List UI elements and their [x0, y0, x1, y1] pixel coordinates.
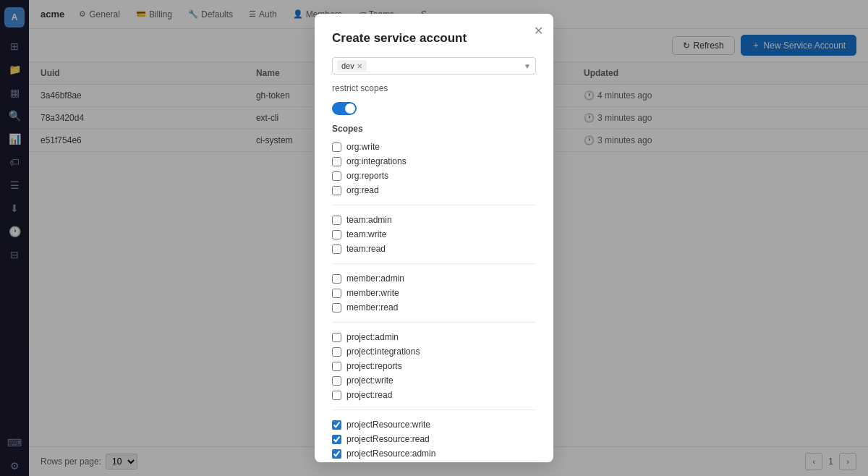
checkbox-row-org_write: org:write — [332, 140, 536, 154]
checkbox-team_write[interactable] — [332, 230, 341, 239]
checkbox-row-org_reports: org:reports — [332, 169, 536, 183]
checkbox-org_integrations[interactable] — [332, 157, 341, 166]
scope-group-projectResource: projectResource:write projectResource:re… — [332, 417, 536, 461]
checkbox-label-team_admin: team:admin — [346, 215, 392, 225]
checkbox-row-team_write: team:write — [332, 227, 536, 242]
checkbox-row-project_integrations: project:integrations — [332, 344, 536, 359]
checkbox-row-pr_write: projectResource:write — [332, 417, 536, 432]
checkbox-label-member_read: member:read — [346, 302, 398, 313]
tag-input-row[interactable]: dev ✕ ▼ — [332, 57, 536, 75]
checkbox-row-team_admin: team:admin — [332, 213, 536, 227]
checkbox-org_write[interactable] — [332, 143, 341, 152]
checkbox-label-org_write: org:write — [346, 142, 380, 152]
checkbox-team_admin[interactable] — [332, 216, 341, 225]
tag-value: dev — [341, 61, 354, 70]
checkbox-label-org_read: org:read — [346, 185, 379, 195]
checkbox-project_integrations[interactable] — [332, 347, 341, 357]
restrict-scopes-label: restrict scopes — [332, 83, 388, 93]
checkbox-row-team_read: team:read — [332, 242, 536, 256]
scope-group-org: org:write org:integrations org:reports o… — [332, 140, 536, 197]
scope-group-member: member:admin member:write member:read — [332, 271, 536, 315]
checkbox-project_reports[interactable] — [332, 362, 341, 371]
checkbox-row-project_write: project:write — [332, 373, 536, 388]
checkbox-label-org_reports: org:reports — [346, 171, 388, 181]
checkbox-label-project_admin: project:admin — [346, 332, 399, 342]
scope-divider — [332, 409, 536, 410]
scope-divider — [332, 263, 536, 264]
toggle-knob — [345, 103, 355, 114]
create-service-account-modal: Create service account ✕ dev ✕ ▼ restric… — [315, 14, 553, 462]
checkbox-label-project_reports: project:reports — [346, 361, 402, 371]
checkbox-member_write[interactable] — [332, 289, 341, 298]
checkbox-label-pr_admin: projectResource:admin — [346, 449, 435, 459]
checkbox-label-project_integrations: project:integrations — [346, 347, 420, 357]
checkbox-row-project_read: project:read — [332, 388, 536, 402]
scopes-container: org:write org:integrations org:reports o… — [332, 140, 536, 461]
checkbox-row-project_admin: project:admin — [332, 330, 536, 344]
modal-close-button[interactable]: ✕ — [534, 24, 543, 38]
checkbox-label-team_read: team:read — [346, 244, 386, 254]
scope-divider — [332, 322, 536, 323]
checkbox-label-pr_write: projectResource:write — [346, 420, 430, 430]
checkbox-row-org_read: org:read — [332, 183, 536, 197]
checkbox-project_admin[interactable] — [332, 333, 341, 342]
checkbox-member_read[interactable] — [332, 303, 341, 313]
restrict-scopes-toggle[interactable] — [332, 102, 357, 115]
checkbox-label-project_write: project:write — [346, 375, 393, 386]
checkbox-row-project_reports: project:reports — [332, 359, 536, 373]
checkbox-row-member_write: member:write — [332, 286, 536, 300]
checkbox-label-member_write: member:write — [346, 288, 399, 298]
scope-group-project: project:admin project:integrations proje… — [332, 330, 536, 402]
checkbox-label-pr_read: projectResource:read — [346, 434, 430, 444]
scope-group-team: team:admin team:write team:read — [332, 213, 536, 256]
checkbox-row-member_admin: member:admin — [332, 271, 536, 286]
tag-dev: dev ✕ — [337, 60, 367, 72]
scope-divider — [332, 205, 536, 205]
checkbox-project_read[interactable] — [332, 391, 341, 400]
checkbox-label-project_read: project:read — [346, 390, 392, 400]
restrict-scopes-row: restrict scopes — [332, 83, 536, 93]
tag-remove-icon[interactable]: ✕ — [357, 62, 362, 70]
checkbox-pr_admin[interactable] — [332, 449, 341, 459]
dropdown-arrow-icon[interactable]: ▼ — [524, 62, 531, 70]
checkbox-label-team_write: team:write — [346, 229, 386, 239]
modal-overlay[interactable]: Create service account ✕ dev ✕ ▼ restric… — [0, 0, 868, 476]
checkbox-row-pr_read: projectResource:read — [332, 432, 536, 446]
checkbox-row-member_read: member:read — [332, 300, 536, 315]
checkbox-member_admin[interactable] — [332, 274, 341, 284]
checkbox-label-org_integrations: org:integrations — [346, 156, 407, 166]
modal-title: Create service account — [332, 31, 536, 46]
checkbox-row-pr_admin: projectResource:admin — [332, 446, 536, 461]
checkbox-row-org_integrations: org:integrations — [332, 154, 536, 169]
checkbox-project_write[interactable] — [332, 376, 341, 386]
checkbox-pr_read[interactable] — [332, 435, 341, 444]
checkbox-org_reports[interactable] — [332, 171, 341, 181]
checkbox-label-member_admin: member:admin — [346, 273, 404, 284]
scopes-label: Scopes — [332, 124, 536, 134]
checkbox-org_read[interactable] — [332, 186, 341, 195]
checkbox-pr_write[interactable] — [332, 420, 341, 430]
checkbox-team_read[interactable] — [332, 245, 341, 254]
tag-text-input[interactable] — [370, 61, 521, 71]
